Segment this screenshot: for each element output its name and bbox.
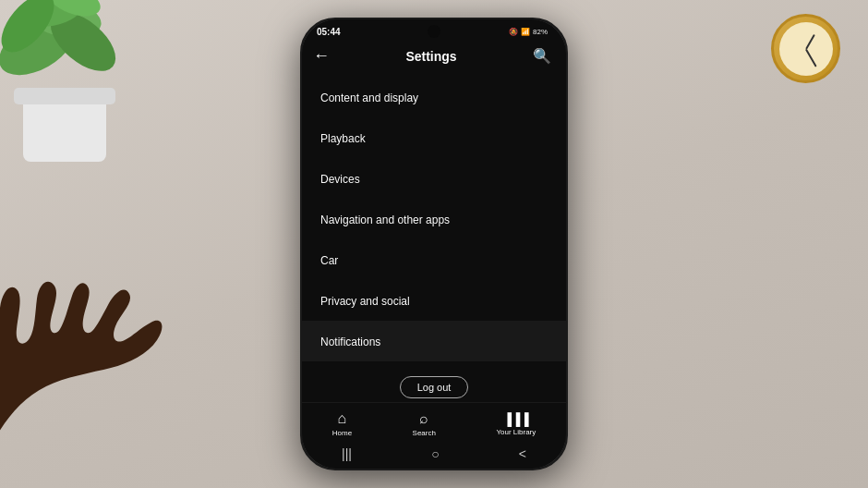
settings-item-notifications[interactable]: Notifications	[302, 321, 566, 361]
svg-rect-7	[14, 88, 115, 104]
back-button[interactable]: ←	[313, 46, 330, 66]
hand-silhouette	[0, 257, 249, 488]
app-header: ← Settings 🔍	[302, 41, 566, 73]
settings-item-label: Notifications	[320, 336, 380, 348]
nav-library-label: Your Library	[496, 428, 536, 436]
library-icon: ▐▐▐	[503, 412, 529, 426]
back-system-icon[interactable]: <	[519, 446, 526, 461]
phone: 05:44 🔕 📶 82% ← Settings 🔍 Content and d…	[300, 18, 568, 470]
system-nav: ||| ○ <	[302, 443, 566, 469]
nav-search-label: Search	[413, 429, 436, 437]
clock-decoration	[771, 14, 840, 83]
logout-container: Log out	[302, 369, 566, 402]
home-system-icon[interactable]: ○	[431, 446, 439, 461]
page-title: Settings	[405, 49, 456, 64]
settings-item-content-display[interactable]: Content and display	[302, 77, 566, 117]
settings-item-local-files[interactable]: Local files	[302, 361, 566, 369]
settings-item-privacy[interactable]: Privacy and social	[302, 280, 566, 321]
settings-item-playback[interactable]: Playback	[302, 117, 566, 158]
settings-item-devices[interactable]: Devices	[302, 158, 566, 199]
nav-home[interactable]: ⌂ Home	[325, 409, 359, 439]
settings-item-label: Navigation and other apps	[320, 214, 450, 226]
battery-text: 82%	[533, 28, 548, 36]
wifi-icon: 📶	[521, 28, 530, 36]
phone-screen: 05:44 🔕 📶 82% ← Settings 🔍 Content and d…	[302, 19, 566, 469]
nav-search[interactable]: ⌕ Search	[405, 409, 443, 439]
side-button-1	[566, 130, 568, 195]
nav-library[interactable]: ▐▐▐ Your Library	[488, 410, 543, 438]
search-icon[interactable]: 🔍	[533, 47, 551, 65]
logout-button[interactable]: Log out	[400, 376, 469, 398]
settings-item-car[interactable]: Car	[302, 239, 566, 280]
recent-apps-icon[interactable]: |||	[342, 446, 352, 461]
camera-notch	[428, 25, 440, 38]
settings-item-label: Car	[320, 254, 338, 267]
home-icon: ⌂	[338, 410, 347, 427]
bottom-nav: ⌂ Home ⌕ Search ▐▐▐ Your Library	[302, 402, 566, 443]
nav-home-label: Home	[332, 429, 352, 437]
settings-list: Content and display Playback Devices Nav…	[302, 73, 566, 369]
status-icons: 🔕 📶 82%	[509, 28, 548, 36]
search-nav-icon: ⌕	[419, 410, 428, 427]
side-button-2	[566, 204, 568, 250]
settings-item-navigation[interactable]: Navigation and other apps	[302, 199, 566, 239]
plant-decoration	[0, 0, 148, 179]
volume-icon: 🔕	[509, 28, 518, 36]
settings-item-label: Devices	[320, 173, 360, 186]
settings-item-label: Privacy and social	[320, 295, 410, 308]
status-time: 05:44	[317, 27, 341, 37]
settings-item-label: Content and display	[320, 92, 418, 104]
settings-item-label: Playback	[320, 132, 366, 145]
